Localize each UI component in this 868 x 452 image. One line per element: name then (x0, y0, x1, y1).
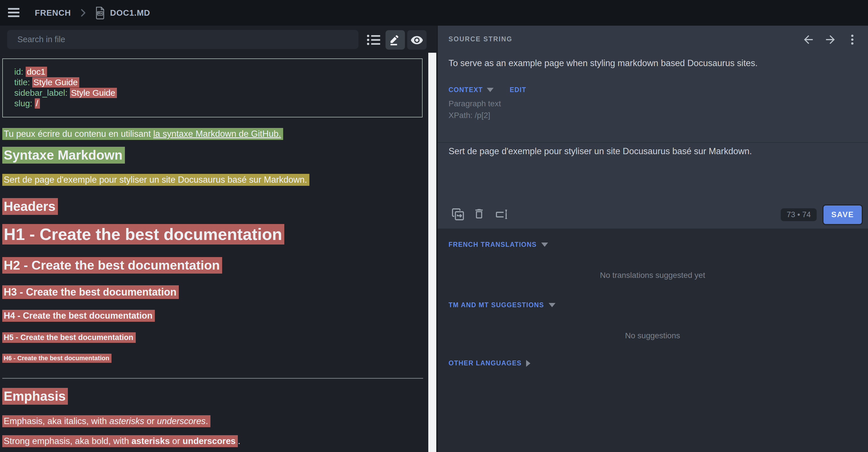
markdown-file-icon (95, 6, 105, 20)
breadcrumb-project[interactable]: FRENCH (35, 0, 71, 26)
edit-key-icon[interactable] (494, 207, 508, 221)
more-options-kebab-icon[interactable] (846, 33, 859, 46)
doc-h1: H1 - Create the best documentation (2, 225, 284, 244)
string-highlight[interactable]: doc1 (26, 67, 47, 77)
insert-source-text-icon[interactable] (451, 207, 465, 221)
context-row: CONTEXT EDIT (448, 86, 526, 94)
preview-mode-button[interactable] (407, 30, 427, 50)
string-highlight[interactable]: / (35, 98, 40, 108)
doc-paragraph-emphasis: Emphasis, aka italics, with asterisks or… (2, 416, 211, 426)
suggestions-area (437, 229, 868, 452)
context-toggle[interactable]: CONTEXT (448, 86, 483, 94)
character-count-badge: 73 • 74 (781, 208, 817, 221)
source-text: To serve as an example page when styling… (448, 58, 848, 68)
string-highlight[interactable]: H1 - Create the best documentation (2, 224, 284, 245)
doc-h5: H5 - Create the best documentation (2, 333, 136, 342)
left-panel-scrollbar[interactable] (428, 53, 436, 452)
frontmatter-line: id: doc1 (14, 66, 422, 77)
section-other-languages[interactable]: OTHER LANGUAGES (448, 359, 530, 367)
eye-icon (410, 33, 424, 46)
string-highlight[interactable]: Style Guide (32, 77, 79, 88)
hamburger-menu-icon[interactable] (8, 8, 20, 18)
string-highlight[interactable]: Syntaxe Markdown (2, 147, 125, 164)
previous-string-icon[interactable] (802, 33, 815, 46)
translation-input[interactable]: Sert de page d'exemple pour styliser un … (448, 146, 848, 157)
strong-line-tail: . (238, 436, 240, 446)
save-button[interactable]: SAVE (824, 205, 862, 224)
doc-paragraph-intro: Tu peux écrire du contenu en utilisant l… (2, 129, 283, 139)
string-highlight[interactable]: H4 - Create the best documentation (2, 310, 155, 322)
translations-empty-text: No translations suggested yet (437, 271, 868, 280)
chevron-down-icon (487, 88, 494, 92)
string-highlight[interactable]: H3 - Create the best documentation (2, 285, 179, 299)
selected-string-highlight[interactable]: Sert de page d'exemple pour styliser un … (2, 174, 309, 186)
doc-h6: H6 - Create the best documentation (2, 355, 112, 362)
string-highlight[interactable]: Tu peux écrire du contenu en utilisant l… (2, 128, 283, 140)
frontmatter-block: id: doc1 title: Style Guide sidebar_labe… (2, 58, 423, 118)
source-string-label: SOURCE STRING (448, 35, 513, 43)
chevron-right-icon (526, 360, 530, 367)
breadcrumb-file[interactable]: DOC1.MD (110, 0, 150, 26)
next-string-icon[interactable] (824, 33, 837, 46)
doc-h2: H2 - Create the best documentation (2, 258, 222, 273)
context-xpath-text: XPath: /p[2] (448, 111, 490, 120)
string-highlight[interactable]: Emphasis, aka italics, with asterisks or… (2, 415, 211, 427)
frontmatter-line: slug: / (14, 98, 422, 108)
editor-divider (438, 142, 868, 143)
string-highlight[interactable]: Style Guide (70, 88, 117, 98)
frontmatter-line: sidebar_label: Style Guide (14, 88, 422, 98)
doc-heading-emphasis: Emphasis (2, 388, 68, 404)
search-input[interactable] (7, 30, 359, 49)
translation-editor-card (437, 26, 868, 229)
doc-h4: H4 - Create the best documentation (2, 311, 155, 321)
string-highlight[interactable]: H6 - Create the best documentation (2, 354, 112, 363)
string-highlight[interactable]: Headers (2, 198, 58, 215)
frontmatter-line: title: Style Guide (14, 77, 422, 88)
context-type-text: Paragraph text (448, 99, 501, 108)
doc-h3: H3 - Create the best documentation (2, 286, 179, 298)
edit-mode-button[interactable] (385, 30, 405, 50)
doc-link[interactable]: la syntaxe Markdown de GitHub. (153, 129, 281, 139)
string-highlight[interactable]: H2 - Create the best documentation (2, 257, 222, 273)
pencil-icon (389, 34, 402, 46)
string-highlight[interactable]: Strong emphasis, aka bold, with asterisk… (2, 435, 238, 447)
delete-translation-icon[interactable] (473, 207, 487, 221)
doc-heading-syntaxe: Syntaxe Markdown (2, 147, 125, 163)
section-tm-mt-suggestions[interactable]: TM AND MT SUGGESTIONS (448, 301, 556, 309)
doc-heading-headers: Headers (2, 199, 58, 214)
app-root: FRENCH DOC1.MD (0, 0, 868, 452)
chevron-down-icon (549, 303, 556, 307)
doc-paragraph-strong: Strong emphasis, aka bold, with asterisk… (2, 436, 240, 446)
doc-horizontal-rule (2, 378, 423, 379)
suggestions-empty-text: No suggestions (437, 331, 868, 340)
section-french-translations[interactable]: FRENCH TRANSLATIONS (448, 241, 548, 249)
string-list-icon[interactable] (365, 32, 383, 48)
breadcrumb-chevron-icon (78, 7, 88, 18)
string-highlight[interactable]: H5 - Create the best documentation (2, 332, 136, 343)
doc-paragraph-selected: Sert de page d'exemple pour styliser un … (2, 175, 309, 185)
string-highlight[interactable]: Emphasis (2, 388, 68, 405)
edit-context-link[interactable]: EDIT (509, 86, 526, 94)
chevron-down-icon (541, 243, 548, 247)
